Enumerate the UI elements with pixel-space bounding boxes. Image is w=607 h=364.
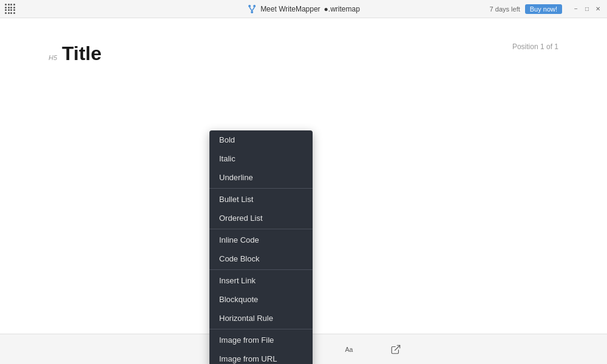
menu-item-bullet-list[interactable]: Bullet List <box>209 190 313 209</box>
days-left: 7 days left <box>490 5 520 13</box>
menu-divider-3 <box>209 269 313 270</box>
menu-item-bold[interactable]: Bold <box>209 130 313 149</box>
app-domain: ●.writemap <box>324 5 360 13</box>
svg-line-4 <box>252 7 254 11</box>
svg-line-3 <box>249 7 252 11</box>
heading-tag: H5 <box>49 54 57 61</box>
menu-item-inline-code[interactable]: Inline Code <box>209 231 313 249</box>
logo-icon <box>247 4 257 14</box>
title-bar-left <box>5 4 13 14</box>
svg-point-0 <box>248 5 251 7</box>
title-bar: Meet WriteMapper ●.writemap 7 days left … <box>0 0 607 18</box>
export-icon <box>390 344 401 355</box>
window-controls: − □ ✕ <box>572 5 602 13</box>
position-indicator: Position 1 of 1 <box>512 42 558 51</box>
menu-item-code-block[interactable]: Code Block <box>209 249 313 268</box>
menu-item-image-from-file[interactable]: Image from File <box>209 331 313 349</box>
close-button[interactable]: ✕ <box>594 5 602 13</box>
svg-point-1 <box>253 5 256 7</box>
maximize-button[interactable]: □ <box>583 5 591 13</box>
menu-item-ordered-list[interactable]: Ordered List <box>209 209 313 228</box>
export-button[interactable] <box>385 339 407 360</box>
menu-item-italic[interactable]: Italic <box>209 149 313 168</box>
svg-text:Aa: Aa <box>345 345 353 352</box>
title-bar-right: 7 days left Buy now! − □ ✕ <box>490 4 602 14</box>
context-menu: Bold Italic Underline Bullet List Ordere… <box>209 130 313 364</box>
menu-item-image-from-url[interactable]: Image from URL <box>209 349 313 364</box>
menu-item-underline[interactable]: Underline <box>209 168 313 187</box>
font-size-icon: Aa <box>344 344 355 355</box>
buy-now-button[interactable]: Buy now! <box>525 4 562 14</box>
menu-item-horizontal-rule[interactable]: Horizontal Rule <box>209 309 313 328</box>
document-area: H5 Title Position 1 of 1 <box>0 18 607 101</box>
menu-divider-2 <box>209 229 313 229</box>
menu-divider-1 <box>209 188 313 189</box>
menu-item-insert-link[interactable]: Insert Link <box>209 271 313 290</box>
grid-icon[interactable] <box>5 4 13 14</box>
font-button[interactable]: Aa <box>339 339 361 360</box>
app-name: Meet WriteMapper <box>260 5 320 13</box>
menu-item-blockquote[interactable]: Blockquote <box>209 290 313 309</box>
doc-title[interactable]: Title <box>62 42 101 65</box>
doc-header: H5 Title <box>49 42 558 65</box>
main-content: H5 Title Position 1 of 1 Bold Italic Und… <box>0 18 607 334</box>
app-title-bar: Meet WriteMapper ●.writemap <box>247 4 360 14</box>
svg-line-11 <box>395 345 400 350</box>
svg-point-2 <box>251 11 253 13</box>
minimize-button[interactable]: − <box>572 5 580 13</box>
menu-divider-4 <box>209 329 313 329</box>
